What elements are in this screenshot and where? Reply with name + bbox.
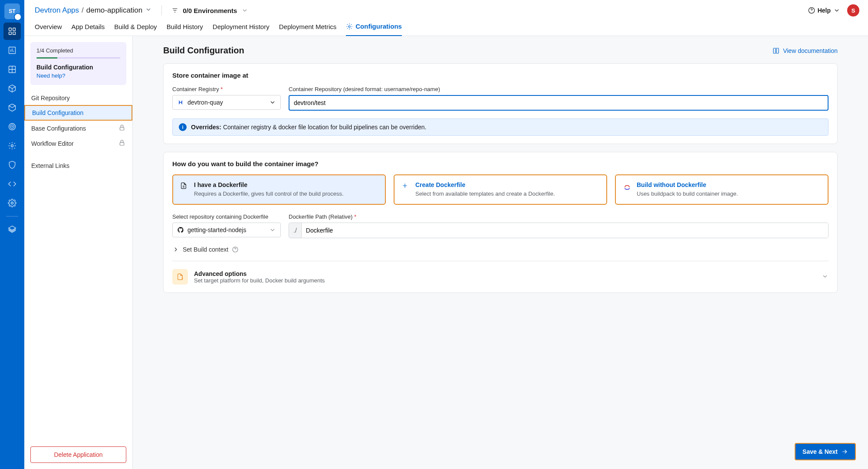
book-icon (773, 47, 779, 54)
svg-point-10 (11, 202, 13, 204)
sidebar-item-external-links[interactable]: External Links (24, 159, 132, 173)
option-title: I have a Dockerfile (194, 181, 344, 188)
registry-value: devtron-quay (187, 99, 223, 106)
option-title: Build without Dockerfile (637, 181, 738, 188)
breadcrumb-sep: / (82, 6, 84, 15)
repo-label: Container Repository (desired format: us… (289, 86, 829, 92)
buildpack-icon (623, 182, 631, 198)
sidebar-item-base-config[interactable]: Base Configurations (24, 121, 132, 136)
chevron-down-icon (269, 99, 276, 106)
rail-apps-icon[interactable] (3, 23, 21, 40)
arrow-right-icon (841, 448, 848, 455)
progress-bar (36, 57, 120, 59)
option-have-dockerfile[interactable]: I have a Dockerfile Requires a Dockerfil… (172, 174, 386, 205)
chevron-right-icon (172, 246, 179, 253)
option-desc: Uses buildpack to build container image. (637, 190, 738, 198)
rail-chart-icon[interactable] (3, 42, 21, 59)
advanced-icon (172, 269, 188, 285)
progress-card: 1/4 Completed Build Configuration Need h… (30, 42, 126, 85)
svg-rect-2 (9, 32, 12, 35)
rail-gear-icon[interactable] (3, 137, 21, 154)
header: Devtron Apps / demo-application 0/0 Envi… (24, 0, 868, 16)
rail-divider (6, 216, 18, 216)
advanced-options-toggle[interactable]: Advanced options Set target platform for… (172, 269, 829, 285)
chevron-down-icon (822, 273, 829, 281)
rail-target-icon[interactable] (3, 118, 21, 135)
dockerfile-path-label: Dockerfile Path (Relative) * (289, 213, 829, 220)
help-circle-icon (232, 246, 239, 253)
build-card: How do you want to build the container i… (163, 152, 838, 293)
dockerfile-path-input[interactable] (302, 223, 828, 238)
svg-point-7 (10, 125, 14, 128)
tabs: Overview App Details Build & Deploy Buil… (24, 16, 868, 36)
content: Build Configuration View documentation S… (133, 36, 868, 469)
header-divider (161, 5, 162, 16)
filter-icon (171, 7, 178, 14)
chevron-down-icon (269, 226, 276, 233)
gear-icon (346, 23, 353, 30)
sidebar-item-workflow[interactable]: Workflow Editor (24, 136, 132, 151)
registry-icon (177, 99, 184, 106)
avatar[interactable]: S (847, 4, 859, 16)
breadcrumb: Devtron Apps / demo-application (35, 6, 152, 15)
advanced-desc: Set target platform for build, Docker bu… (194, 277, 325, 284)
option-build-without-dockerfile[interactable]: Build without Dockerfile Uses buildpack … (615, 174, 829, 205)
github-icon (177, 226, 184, 233)
environment-selector[interactable]: 0/0 Environments (171, 7, 248, 14)
tab-deployment-history[interactable]: Deployment History (213, 23, 270, 36)
path-prefix: ./ (289, 223, 302, 238)
svg-point-8 (12, 126, 13, 127)
rail-settings-icon[interactable] (3, 194, 21, 212)
svg-rect-13 (120, 127, 124, 130)
tab-configurations[interactable]: Configurations (346, 23, 402, 36)
dockerfile-repo-select[interactable]: getting-started-nodejs (172, 223, 281, 237)
rail-cube-icon[interactable] (3, 80, 21, 97)
save-next-label: Save & Next (802, 448, 838, 455)
breadcrumb-root-link[interactable]: Devtron Apps (35, 6, 79, 15)
plus-icon (401, 182, 410, 198)
tab-app-details[interactable]: App Details (72, 23, 105, 36)
override-text: Container registry & docker file locatio… (221, 124, 426, 131)
option-desc: Select from available templates and crea… (415, 190, 555, 198)
svg-point-6 (9, 124, 16, 130)
tab-build-history[interactable]: Build History (167, 23, 203, 36)
app-logo[interactable]: ST (4, 3, 20, 19)
tab-overview[interactable]: Overview (35, 23, 62, 36)
delete-application-button[interactable]: Delete Application (30, 446, 126, 463)
breadcrumb-current: demo-application (86, 6, 142, 15)
info-icon: i (179, 123, 187, 131)
svg-point-12 (349, 26, 350, 27)
rail-layout-icon[interactable] (3, 61, 21, 78)
dockerfile-repo-label: Select repository containing Dockerfile (172, 213, 281, 220)
build-heading: How do you want to build the container i… (172, 160, 829, 167)
view-documentation-link[interactable]: View documentation (773, 47, 838, 54)
help-button[interactable]: Help (808, 7, 840, 14)
option-desc: Requires a Dockerfile, gives full contro… (194, 190, 344, 198)
option-create-dockerfile[interactable]: Create Dockerfile Select from available … (394, 174, 607, 205)
registry-select[interactable]: devtron-quay (172, 95, 281, 110)
rail-layers-icon[interactable] (3, 221, 21, 238)
file-icon (180, 182, 189, 198)
sidebar-item-build-config[interactable]: Build Configuration (24, 105, 132, 121)
chevron-down-icon (833, 7, 840, 14)
help-label: Help (818, 7, 831, 14)
rail-shield-icon[interactable] (3, 156, 21, 174)
rail-box-icon[interactable] (3, 99, 21, 116)
page-title: Build Configuration (163, 46, 244, 56)
overrides-banner: i Overrides: Container registry & docker… (172, 118, 829, 136)
override-bold: Overrides: (191, 124, 221, 131)
sidebar-item-git[interactable]: Git Repository (24, 91, 132, 105)
chevron-down-icon[interactable] (145, 6, 152, 15)
svg-rect-3 (13, 32, 16, 35)
tab-build-deploy[interactable]: Build & Deploy (114, 23, 157, 36)
container-repo-input[interactable] (289, 95, 829, 111)
save-next-button[interactable]: Save & Next (795, 443, 856, 460)
rail-code-icon[interactable] (3, 175, 21, 193)
tab-label: Configurations (355, 23, 402, 30)
need-help-link[interactable]: Need help? (36, 72, 120, 79)
set-build-context-toggle[interactable]: Set Build context (172, 246, 829, 253)
svg-rect-0 (9, 28, 12, 31)
advanced-title: Advanced options (194, 270, 325, 277)
environment-selector-label: 0/0 Environments (183, 7, 237, 14)
tab-deployment-metrics[interactable]: Deployment Metrics (279, 23, 337, 36)
